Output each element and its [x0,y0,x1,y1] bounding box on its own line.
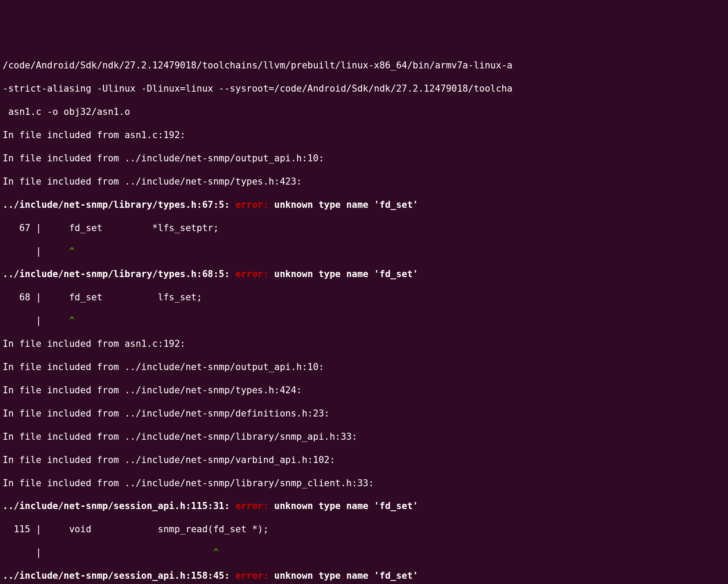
error-3-message: unknown type name 'fd_set' [274,501,419,511]
caret-indent: | [3,547,213,558]
compile-line-1: /code/Android/Sdk/ndk/27.2.12479018/tool… [3,60,725,71]
caret-icon: ^ [69,315,75,326]
error-2-header: ../include/net-snmp/library/types.h:68:5… [3,268,725,280]
error-2-message: unknown type name 'fd_set' [274,269,419,279]
error-1-caret-line: | ^ [3,246,725,257]
include-trace-1c: In file included from ../include/net-snm… [3,176,725,187]
compile-line-3: asn1.c -o obj32/asn1.o [3,106,725,118]
error-1-header: ../include/net-snmp/library/types.h:67:5… [3,199,725,210]
caret-icon: ^ [69,246,75,256]
terminal-output[interactable]: /code/Android/Sdk/ndk/27.2.12479018/tool… [3,48,725,584]
include-trace-2c: In file included from ../include/net-snm… [3,385,725,396]
include-trace-1a: In file included from asn1.c:192: [3,129,725,141]
error-2-caret-line: | ^ [3,315,725,326]
include-trace-2e: In file included from ../include/net-snm… [3,431,725,442]
include-trace-1b: In file included from ../include/net-snm… [3,153,725,164]
error-1-message: unknown type name 'fd_set' [274,199,419,210]
error-3-header: ../include/net-snmp/session_api.h:115:31… [3,500,725,512]
error-4-location: ../include/net-snmp/session_api.h:158:45… [3,570,230,581]
compile-line-2: -strict-aliasing -Ulinux -Dlinux=linux -… [3,83,725,94]
error-keyword: error: [230,199,274,210]
include-trace-2d: In file included from ../include/net-snm… [3,408,725,419]
error-1-location: ../include/net-snmp/library/types.h:67:5… [3,199,230,210]
error-keyword: error: [230,269,274,279]
caret-indent: | [3,246,69,256]
error-3-caret-line: | ^ [3,547,725,558]
include-trace-2g: In file included from ../include/net-snm… [3,477,725,489]
error-keyword: error: [230,501,274,511]
caret-indent: | [3,315,69,326]
error-3-location: ../include/net-snmp/session_api.h:115:31… [3,501,230,511]
include-trace-2f: In file included from ../include/net-snm… [3,454,725,466]
error-1-code: 67 | fd_set *lfs_setptr; [3,222,725,234]
include-trace-2a: In file included from asn1.c:192: [3,338,725,349]
error-3-code: 115 | void snmp_read(fd_set *); [3,523,725,535]
error-4-header: ../include/net-snmp/session_api.h:158:45… [3,570,725,581]
error-4-message: unknown type name 'fd_set' [274,570,419,581]
error-2-location: ../include/net-snmp/library/types.h:68:5… [3,269,230,279]
error-2-code: 68 | fd_set lfs_set; [3,292,725,303]
include-trace-2b: In file included from ../include/net-snm… [3,361,725,373]
error-keyword: error: [230,570,274,581]
caret-icon: ^ [213,547,219,558]
